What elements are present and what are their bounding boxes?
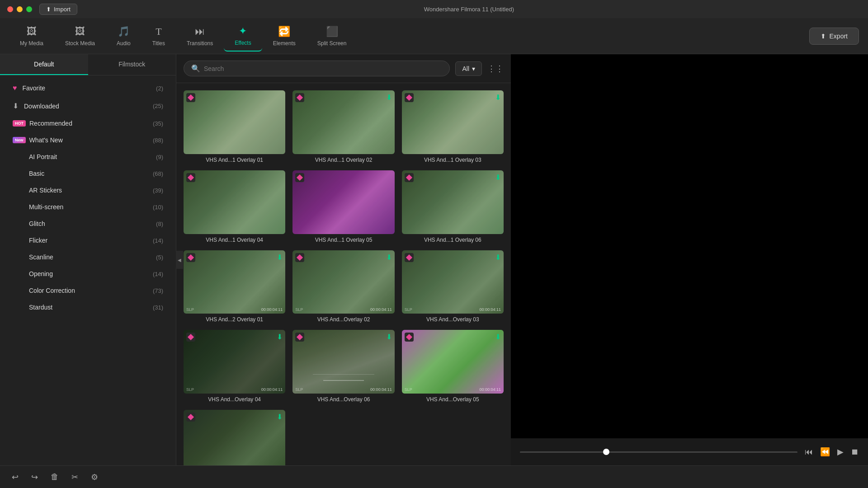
effect-card-5[interactable]: VHS And...1 Overlay 05 [292,170,394,243]
slabel-8: SLP [295,307,303,312]
effect-card-9[interactable]: ⬇ 00:00:04:11 SLP VHS And...Overlay 03 [402,250,504,323]
effect-card-12[interactable]: ⬇ 00:00:04:11 SLP VHS And...Overlay 05 [402,330,504,403]
effect-card-4[interactable]: VHS And...1 Overlay 04 [184,170,285,243]
delete-button[interactable]: 🗑 [48,469,61,484]
search-input[interactable] [204,65,442,72]
split-screen-label: Split Screen [317,40,347,47]
step-back-button[interactable]: ⏪ [820,447,830,457]
sidebar-item-multi-screen[interactable]: Multi-screen (10) [4,199,172,215]
export-button[interactable]: ⬆ Export [809,28,859,45]
toolbar-item-my-media[interactable]: 🖼 My Media [9,21,54,51]
download-icon-8: ⬇ [386,253,392,262]
glitch-count: (8) [156,221,163,227]
effect-thumb-5 [292,170,394,234]
toolbar-item-titles[interactable]: T Titles [142,21,176,51]
download-list-icon: ⬇ [13,102,19,110]
cut-button[interactable]: ✂ [69,469,81,485]
favorite-count: (2) [156,85,163,92]
audio-icon: 🎵 [118,26,130,38]
import-icon: ⬆ [46,6,51,13]
sidebar-item-glitch[interactable]: Glitch (8) [4,216,172,232]
effect-card-6[interactable]: ⬇ VHS And...1 Overlay 06 [402,170,504,243]
effect-card-8[interactable]: ⬇ 00:00:04:11 SLP VHS And...Overlay 02 [292,250,394,323]
sidebar-collapse-button[interactable]: ◀ [176,251,183,269]
my-media-icon: 🖼 [27,26,37,38]
sidebar-item-color-correction[interactable]: Color Correction (73) [4,282,172,299]
sidebar-item-ar-stickers[interactable]: AR Stickers (39) [4,182,172,198]
effect-label-2: VHS And...1 Overlay 02 [292,157,394,163]
timestamp-10: 00:00:04:11 [261,387,283,392]
filter-dropdown[interactable]: All ▾ [455,61,482,76]
effect-thumb-12: ⬇ 00:00:04:11 SLP [402,330,504,394]
play-button[interactable]: ▶ [837,447,844,457]
rewind-button[interactable]: ⏮ [805,447,813,457]
sidebar-item-downloaded[interactable]: ⬇ Downloaded (25) [4,97,172,115]
stop-button[interactable]: ⏹ [851,447,859,457]
settings-button[interactable]: ⚙ [88,469,101,485]
toolbar-item-split-screen[interactable]: ⬛ Split Screen [307,21,358,51]
maximize-button[interactable] [26,6,32,12]
effect-thumb-2: ⬇ [292,90,394,154]
titlebar: ⬆ Import Wondershare Filmora 11 (Untitle… [0,0,868,18]
bottom-bar: ↩ ↪ 🗑 ✂ ⚙ [0,465,868,488]
effect-card-3[interactable]: ⬇ VHS And...1 Overlay 03 [402,90,504,163]
close-button[interactable] [7,6,13,12]
premium-badge-12 [405,333,414,342]
effect-card-7[interactable]: ⬇ 00:00:04:11 SLP VHS And...2 Overlay 01 [184,250,285,323]
sidebar-item-stardust[interactable]: Stardust (31) [4,299,172,315]
grid-view-button[interactable]: ⋮⋮ [487,64,504,74]
premium-badge-9 [405,253,414,262]
effect-card-13[interactable]: ⬇ [184,410,285,465]
sidebar-item-favorite[interactable]: ♥ Favorite (2) [4,80,172,97]
effect-card-10[interactable]: ⬇ 00:00:04:11 SLP VHS And...Overlay 04 [184,330,285,403]
hot-badge: HOT [13,120,26,127]
sidebar-item-recommended[interactable]: HOT Recommended (35) [4,115,172,131]
sidebar-item-whats-new[interactable]: New What's New (88) [4,132,172,148]
minimize-button[interactable] [17,6,23,12]
glitch-label: Glitch [29,220,156,227]
sidebar-item-opening[interactable]: Opening (14) [4,266,172,282]
color-correction-count: (73) [153,287,163,294]
opening-label: Opening [29,270,153,277]
import-button[interactable]: ⬆ Import [39,4,77,15]
new-badge: New [13,137,26,143]
downloaded-label: Downloaded [24,103,153,110]
elements-icon: 🔁 [278,26,290,38]
toolbar-item-effects[interactable]: ✦ Effects [224,21,262,52]
toolbar-item-audio[interactable]: 🎵 Audio [106,21,142,51]
tab-filmstock-label: Filmstock [118,61,145,68]
download-icon-3: ⬇ [495,93,501,102]
tab-default[interactable]: Default [0,54,88,75]
slabel-10: SLP [186,387,194,392]
elements-label: Elements [273,40,296,47]
toolbar-item-stock-media[interactable]: 🖼 Stock Media [54,21,106,51]
split-screen-icon: ⬛ [326,26,338,38]
ar-stickers-count: (39) [153,187,163,194]
toolbar-item-transitions[interactable]: ⏭ Transitions [176,21,224,51]
preview-panel: ⏮ ⏪ ▶ ⏹ [511,54,868,465]
search-input-wrap[interactable]: 🔍 [184,61,450,76]
sidebar-item-basic[interactable]: Basic (68) [4,165,172,182]
stock-media-icon: 🖼 [75,26,85,38]
sidebar-item-ai-portrait[interactable]: AI Portrait (9) [4,149,172,165]
whats-new-label: What's New [29,136,153,144]
sidebar-item-scanline[interactable]: Scanline (5) [4,249,172,265]
effect-card-11[interactable]: ⬇ 00:00:04:11 SLP VHS And...Overlay 06 [292,330,394,403]
main-area: Default Filmstock ♥ Favorite (2) ⬇ Downl… [0,54,868,465]
premium-badge-5 [295,173,304,182]
basic-count: (68) [153,170,163,177]
favorite-label: Favorite [23,84,156,92]
undo-button[interactable]: ↩ [9,469,21,485]
effect-thumb-11: ⬇ 00:00:04:11 SLP [292,330,394,394]
tab-filmstock[interactable]: Filmstock [88,54,176,75]
sidebar-item-flicker[interactable]: Flicker (14) [4,232,172,249]
preview-timeline-slider[interactable] [520,451,797,453]
timestamp-9: 00:00:04:11 [479,307,501,312]
preview-playhead[interactable] [603,449,609,455]
preview-controls: ⏮ ⏪ ▶ ⏹ [511,438,868,465]
premium-badge-1 [186,93,195,102]
redo-button[interactable]: ↪ [28,469,41,485]
effect-card-2[interactable]: ⬇ VHS And...1 Overlay 02 [292,90,394,163]
toolbar-item-elements[interactable]: 🔁 Elements [262,21,307,51]
effect-card-1[interactable]: VHS And...1 Overlay 01 [184,90,285,163]
